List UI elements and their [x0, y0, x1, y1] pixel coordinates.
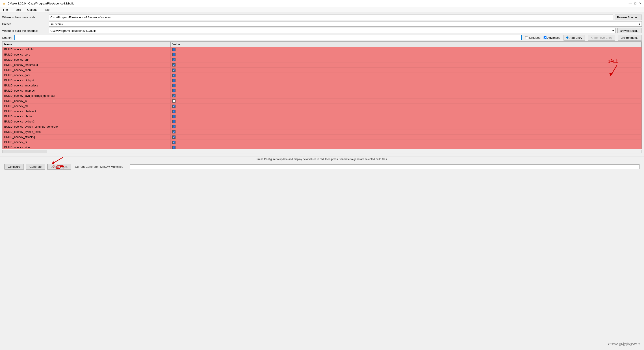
close-button[interactable]: ✕ — [639, 1, 642, 5]
checkbox-cell[interactable]: ✓ — [172, 68, 176, 72]
name-cell: BUILD_opencv_ml — [2, 104, 170, 109]
browse-build-button[interactable]: Browse Build... — [617, 28, 642, 33]
value-cell[interactable]: ✓ — [170, 109, 642, 114]
checkbox-cell[interactable]: ✓ — [172, 105, 176, 108]
table-row: BUILD_opencv_python_bindings_generator✓ — [2, 124, 642, 129]
generator-text: Current Generator: MinGW Makefiles — [75, 165, 123, 168]
add-entry-button[interactable]: ✚ Add Entry — [564, 35, 585, 40]
value-cell[interactable]: ✓ — [170, 129, 642, 134]
value-cell[interactable]: ✓ — [170, 104, 642, 109]
value-cell[interactable] — [170, 98, 642, 103]
checkbox-cell[interactable]: ✓ — [172, 74, 176, 77]
value-cell[interactable]: ✓ — [170, 119, 642, 124]
main-content: Where is the source code: Browse Source.… — [0, 13, 644, 157]
value-cell[interactable]: ✓ — [170, 93, 642, 98]
checkbox-cell[interactable]: ✓ — [172, 79, 176, 82]
value-cell[interactable]: ✓ — [170, 124, 642, 129]
checkbox-cell[interactable]: ✓ — [172, 48, 176, 51]
configure-button[interactable]: Configure — [4, 164, 24, 170]
value-cell[interactable]: ✓ — [170, 135, 642, 139]
value-cell[interactable]: ✓ — [170, 57, 642, 62]
value-cell[interactable]: ✓ — [170, 68, 642, 72]
chevron-down-icon-build: ▾ — [612, 29, 614, 32]
source-input[interactable] — [49, 14, 613, 20]
checkbox-group: Grouped Advanced ✚ Add Entry ✕ Remove En… — [525, 35, 642, 40]
value-cell[interactable]: ✓ — [170, 114, 642, 119]
table-row: BUILD_opencv_stitching✓ — [2, 135, 642, 140]
checkbox-cell[interactable]: ✓ — [172, 125, 176, 128]
preset-value: <custom> — [50, 22, 63, 26]
build-value: C:/zz/ProgramFiles/opencv4.3/build — [50, 29, 96, 32]
generate-button[interactable]: Generate — [26, 164, 45, 170]
maximize-button[interactable]: □ — [634, 1, 636, 5]
grouped-checkbox-label[interactable]: Grouped — [525, 36, 540, 39]
checkbox-cell[interactable] — [172, 99, 176, 103]
value-cell[interactable]: ✓ — [170, 52, 642, 57]
name-cell: BUILD_opencv_calib3d — [2, 47, 170, 52]
name-cell: BUILD_opencv_java_bindings_generator — [2, 93, 170, 98]
menu-tools[interactable]: Tools — [13, 7, 22, 12]
checkbox-cell[interactable]: ✓ — [172, 135, 176, 139]
value-cell[interactable] — [170, 83, 642, 88]
name-cell: BUILD_opencv_python_tests — [2, 129, 170, 134]
value-cell[interactable]: ✓ — [170, 88, 642, 93]
value-cell[interactable]: ✓ — [170, 73, 642, 78]
checkbox-cell[interactable]: ✓ — [172, 120, 176, 123]
value-cell[interactable]: ✓ — [170, 145, 642, 149]
checkbox-cell[interactable]: ✓ — [172, 110, 176, 113]
table-row: BUILD_opencv_ts✓ — [2, 140, 642, 145]
checkbox-cell[interactable] — [172, 84, 176, 87]
cmake-icon: ▲ — [2, 1, 6, 5]
name-cell: BUILD_opencv_ts — [2, 140, 170, 145]
table-row: BUILD_opencv_ml✓ — [2, 104, 642, 109]
advanced-checkbox[interactable] — [544, 36, 546, 39]
build-dropdown[interactable]: C:/zz/ProgramFiles/opencv4.3/build ▾ — [49, 28, 616, 33]
checkbox-cell[interactable]: ✓ — [172, 89, 176, 92]
preset-label: Preset: — [2, 22, 47, 26]
minimize-button[interactable]: — — [629, 1, 632, 5]
advanced-checkbox-label[interactable]: Advanced — [544, 36, 560, 39]
table-row: BUILD_opencv_gapi✓ — [2, 73, 642, 78]
value-cell[interactable]: ✓ — [170, 78, 642, 83]
checkbox-cell[interactable]: ✓ — [172, 141, 176, 144]
remove-entry-button[interactable]: ✕ Remove Entry — [588, 35, 615, 40]
environment-button[interactable]: Environment... — [618, 35, 642, 40]
advanced-label: Advanced — [548, 36, 560, 39]
search-input[interactable] — [14, 35, 522, 40]
checkbox-cell[interactable]: ✓ — [172, 146, 176, 149]
checkbox-cell[interactable]: ✓ — [172, 94, 176, 97]
table-header: Name Value — [2, 42, 642, 47]
plus-icon: ✚ — [566, 36, 569, 39]
value-cell[interactable]: ✓ — [170, 140, 642, 145]
preset-row: Preset: <custom> ▾ — [2, 21, 642, 27]
value-cell[interactable]: ✓ — [170, 62, 642, 67]
search-row: Search: Grouped Advanced ✚ Add Entry ✕ R… — [2, 35, 642, 40]
checkbox-cell[interactable]: ✓ — [172, 63, 176, 66]
open-project-button[interactable]: Open Project — [47, 164, 71, 170]
checkbox-cell[interactable]: ✓ — [172, 115, 176, 118]
name-cell: BUILD_opencv_flann — [2, 68, 170, 72]
menubar: File Tools Options Help — [0, 7, 644, 13]
menu-options[interactable]: Options — [26, 7, 38, 12]
value-cell[interactable]: ✓ — [170, 47, 642, 52]
table-body: BUILD_opencv_calib3d✓BUILD_opencv_core✓B… — [2, 47, 642, 149]
table-row: BUILD_opencv_objdetect✓ — [2, 109, 642, 114]
menu-file[interactable]: File — [2, 7, 9, 12]
table-row: BUILD_opencv_imgcodecs — [2, 83, 642, 88]
checkbox-cell[interactable]: ✓ — [172, 53, 176, 56]
name-cell: BUILD_opencv_gapi — [2, 73, 170, 78]
x-icon: ✕ — [590, 36, 593, 39]
menu-help[interactable]: Help — [42, 7, 51, 12]
search-label: Search: — [2, 36, 12, 39]
grouped-checkbox[interactable] — [525, 36, 528, 39]
add-entry-label: Add Entry — [570, 36, 582, 39]
browse-source-button[interactable]: Browse Source... — [615, 14, 642, 20]
table-row: BUILD_opencv_java_bindings_generator✓ — [2, 93, 642, 98]
table-row: BUILD_opencv_js — [2, 98, 642, 104]
checkbox-cell[interactable]: ✓ — [172, 58, 176, 61]
table-row: BUILD_opencv_calib3d✓ — [2, 47, 642, 52]
preset-dropdown[interactable]: <custom> ▾ — [49, 21, 642, 27]
horizontal-scrollbar[interactable] — [2, 150, 642, 153]
name-cell: BUILD_opencv_python_bindings_generator — [2, 124, 170, 129]
checkbox-cell[interactable]: ✓ — [172, 130, 176, 133]
